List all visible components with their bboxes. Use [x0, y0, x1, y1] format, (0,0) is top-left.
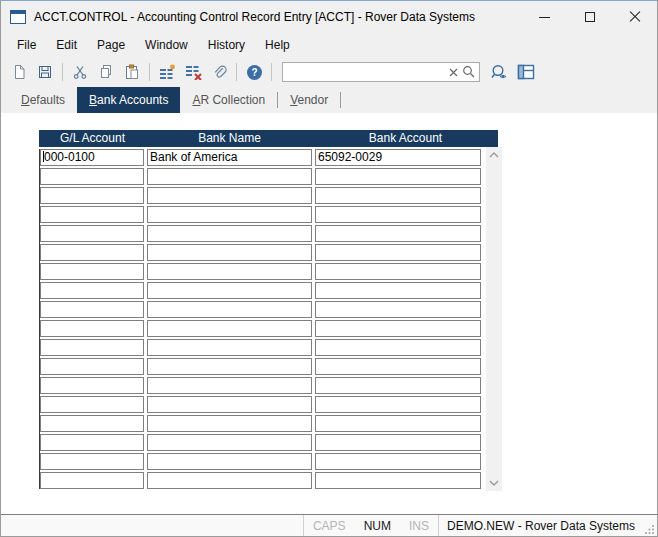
- grid-cell[interactable]: Bank of America: [147, 149, 312, 166]
- grid-cell[interactable]: 65092-0029: [315, 149, 481, 166]
- table-row: [40, 187, 482, 204]
- column-header-bank-account: Bank Account: [313, 130, 498, 147]
- table-row: [40, 301, 482, 318]
- menu-help[interactable]: Help: [255, 35, 300, 55]
- paste-button[interactable]: [120, 60, 144, 84]
- menu-edit[interactable]: Edit: [46, 35, 87, 55]
- grid-cell[interactable]: [315, 187, 481, 204]
- grid-cell[interactable]: [315, 434, 481, 451]
- vertical-scrollbar[interactable]: [486, 147, 502, 491]
- grid-cell[interactable]: [40, 396, 144, 413]
- menu-window[interactable]: Window: [135, 35, 198, 55]
- copy-button[interactable]: [94, 60, 118, 84]
- grid-cell[interactable]: [147, 396, 312, 413]
- grid-cell[interactable]: [40, 263, 144, 280]
- grid-cell[interactable]: [40, 434, 144, 451]
- menu-history[interactable]: History: [198, 35, 255, 55]
- tab-bank-accounts[interactable]: Bank Accounts: [77, 87, 180, 113]
- tab-ar-collection[interactable]: AR Collection: [180, 87, 277, 113]
- grid-cell[interactable]: [315, 282, 481, 299]
- grid-cell[interactable]: [40, 206, 144, 223]
- clear-search-button[interactable]: [445, 64, 461, 80]
- grid-cell[interactable]: [315, 301, 481, 318]
- scroll-down-button[interactable]: [486, 475, 502, 491]
- status-ins: INS: [400, 515, 438, 536]
- attachment-button[interactable]: [207, 60, 231, 84]
- grid-cell[interactable]: [40, 339, 144, 356]
- grid-cell[interactable]: [315, 396, 481, 413]
- grid-cell[interactable]: [147, 301, 312, 318]
- grid-cell[interactable]: [40, 225, 144, 242]
- grid-cell[interactable]: [40, 187, 144, 204]
- save-button[interactable]: [33, 60, 57, 84]
- help-button[interactable]: ?: [242, 60, 266, 84]
- minimize-button[interactable]: [522, 1, 567, 33]
- grid-cell[interactable]: [147, 320, 312, 337]
- toolbar-separator: [271, 63, 272, 81]
- grid-cell[interactable]: [315, 453, 481, 470]
- grid-cell[interactable]: [40, 301, 144, 318]
- grid-cell[interactable]: 000-0100: [40, 149, 144, 166]
- grid-cell[interactable]: [315, 206, 481, 223]
- scroll-up-button[interactable]: [486, 147, 502, 163]
- toolbar-separator: [236, 63, 237, 81]
- grid-cell[interactable]: [147, 472, 312, 489]
- grid-cell[interactable]: [147, 244, 312, 261]
- grid-cell[interactable]: [147, 225, 312, 242]
- grid-cell[interactable]: [315, 358, 481, 375]
- grid-cell[interactable]: [147, 339, 312, 356]
- grid-cell[interactable]: [315, 244, 481, 261]
- grid-cell[interactable]: [315, 320, 481, 337]
- grid-cell[interactable]: [147, 415, 312, 432]
- grid-cell[interactable]: [315, 377, 481, 394]
- tab-vendor[interactable]: Vendor: [278, 87, 340, 113]
- grid-cell[interactable]: [40, 453, 144, 470]
- tab-defaults[interactable]: Defaults: [9, 87, 77, 113]
- grid-cell[interactable]: [315, 415, 481, 432]
- grid-cell[interactable]: [147, 453, 312, 470]
- grid-cell[interactable]: [147, 434, 312, 451]
- new-document-button[interactable]: [7, 60, 31, 84]
- column-header-bank-name: Bank Name: [146, 130, 313, 147]
- grid-cell[interactable]: [147, 263, 312, 280]
- grid-cell[interactable]: [315, 263, 481, 280]
- grid-cell[interactable]: [40, 244, 144, 261]
- svg-text:?: ?: [251, 67, 257, 78]
- panels-button[interactable]: [514, 60, 538, 84]
- grid-cell[interactable]: [40, 282, 144, 299]
- grid-cell[interactable]: [147, 187, 312, 204]
- grid-cell[interactable]: [40, 168, 144, 185]
- insert-row-button[interactable]: [155, 60, 179, 84]
- grid-cell[interactable]: [147, 168, 312, 185]
- grid-cell[interactable]: [40, 358, 144, 375]
- grid-cell[interactable]: [40, 377, 144, 394]
- delete-row-button[interactable]: [181, 60, 205, 84]
- close-icon: [629, 11, 641, 23]
- grid-cell[interactable]: [315, 339, 481, 356]
- menu-page[interactable]: Page: [87, 35, 135, 55]
- grid-cell[interactable]: [315, 472, 481, 489]
- lookup-button[interactable]: [488, 60, 512, 84]
- maximize-button[interactable]: [567, 1, 612, 33]
- search-button[interactable]: [461, 64, 477, 80]
- lookup-icon: [491, 64, 510, 81]
- grid-cell[interactable]: [315, 225, 481, 242]
- resize-grip[interactable]: [643, 515, 657, 536]
- grid-cell[interactable]: [147, 358, 312, 375]
- grid-cell[interactable]: [315, 168, 481, 185]
- grid-cell[interactable]: [40, 320, 144, 337]
- table-row: [40, 244, 482, 261]
- table-row: [40, 396, 482, 413]
- table-row: [40, 472, 482, 489]
- grid-cell[interactable]: [147, 206, 312, 223]
- grid-cell[interactable]: [40, 415, 144, 432]
- cut-button[interactable]: [68, 60, 92, 84]
- close-button[interactable]: [612, 1, 657, 33]
- tab-separator: [340, 92, 341, 108]
- tab-strip: Defaults Bank Accounts AR Collection Ven…: [1, 87, 657, 113]
- grid-cell[interactable]: [147, 377, 312, 394]
- menu-file[interactable]: File: [7, 35, 46, 55]
- grid-cell[interactable]: [147, 282, 312, 299]
- grid-cell[interactable]: [40, 472, 144, 489]
- table-row: [40, 415, 482, 432]
